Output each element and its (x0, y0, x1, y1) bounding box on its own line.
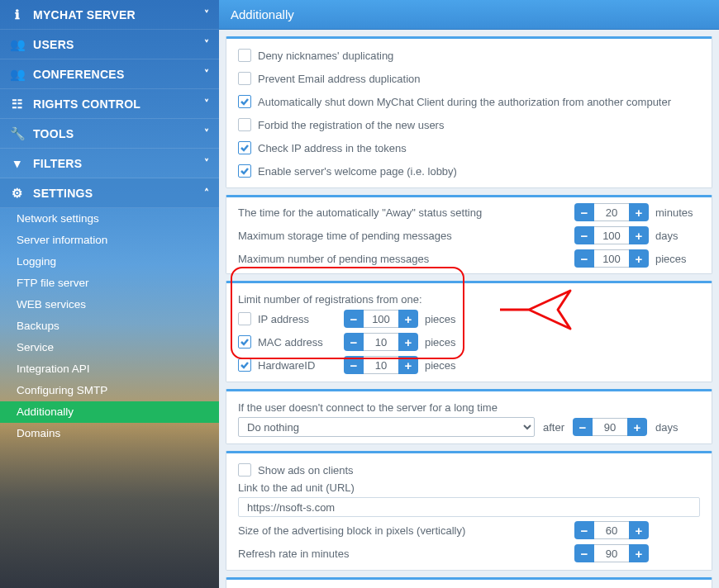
wrench-icon: 🔧 (10, 126, 25, 141)
storage-minus-button[interactable]: − (574, 226, 594, 244)
sidebar-item-ftp[interactable]: FTP file server (0, 273, 219, 294)
idle-action-select[interactable]: Do nothing (238, 417, 535, 437)
sidebar-item-smtp[interactable]: Configuring SMTP (0, 380, 219, 401)
nav-users[interactable]: 👥 USERS ˅ (0, 30, 219, 59)
checkbox-deny-dup[interactable] (238, 49, 251, 62)
conferences-icon: 👥 (10, 67, 25, 82)
ad-size-minus-button[interactable]: − (574, 521, 594, 539)
maxpend-value-input[interactable] (594, 249, 629, 268)
nav-filters[interactable]: ▾ FILTERS ˅ (0, 149, 219, 178)
sidebar-item-domains[interactable]: Domains (0, 423, 219, 444)
idle-value-input[interactable] (593, 418, 627, 436)
away-minus-button[interactable]: − (574, 203, 594, 221)
nav-settings[interactable]: ⚙ SETTINGS ˄ (0, 178, 219, 208)
prevent-email-label: Prevent Email address duplication (258, 73, 700, 85)
reg-limit-panel: Limit number of registrations from one: … (226, 281, 712, 382)
nav-label: FILTERS (33, 157, 196, 170)
limit-ip-minus-button[interactable]: − (344, 310, 364, 328)
nav-label: SETTINGS (33, 187, 196, 200)
reg-limit-title: Limit number of registrations from one: (226, 288, 712, 307)
chevron-down-icon: ˅ (204, 128, 209, 140)
sidebar-item-additionally[interactable]: Additionally (0, 401, 219, 423)
sidebar-item-logging[interactable]: Logging (0, 251, 219, 273)
checkbox-show-ads[interactable] (238, 463, 251, 477)
show-ads-label: Show ads on clients (258, 464, 700, 477)
limit-hw-value-input[interactable] (364, 356, 398, 374)
limit-mac-minus-button[interactable]: − (344, 333, 364, 351)
sidebar: ℹ MYCHAT SERVER ˅ 👥 USERS ˅ 👥 CONFERENCE… (0, 0, 219, 588)
sidebar-item-network[interactable]: Network settings (0, 208, 219, 230)
limit-mac-plus-button[interactable]: + (398, 333, 418, 351)
nav-mychat-server[interactable]: ℹ MYCHAT SERVER ˅ (0, 0, 219, 30)
chevron-up-icon: ˄ (204, 187, 209, 199)
chevron-down-icon: ˅ (204, 39, 209, 50)
checkbox-forbid-reg[interactable] (238, 118, 251, 131)
ad-size-value-input[interactable] (594, 521, 629, 539)
limit-mac-label: MAC address (258, 336, 337, 349)
nav-tools[interactable]: 🔧 TOOLS ˅ (0, 119, 219, 149)
nav-rights[interactable]: ☷ RIGHTS CONTROL ˅ (0, 89, 219, 119)
checkbox-auto-shutdown[interactable] (238, 95, 251, 108)
away-plus-button[interactable]: + (629, 203, 649, 221)
limit-mac-spinner: − + (344, 333, 418, 351)
check-ip-label: Check IP address in the tokens (258, 142, 700, 154)
content-area: Additionally Deny nicknames' duplicating… (219, 0, 719, 588)
checkbox-lobby[interactable] (238, 164, 251, 178)
limit-hw-unit-label: pieces (425, 359, 469, 372)
limit-hw-plus-button[interactable]: + (398, 356, 418, 374)
chevron-down-icon: ˅ (204, 98, 209, 110)
away-unit-label: minutes (655, 206, 700, 219)
checkbox-limit-mac[interactable] (238, 335, 251, 349)
nav-label: CONFERENCES (33, 68, 196, 81)
limit-hw-minus-button[interactable]: − (344, 356, 364, 374)
security-panel: Deny nicknames' duplicating Prevent Emai… (226, 36, 712, 188)
idle-spinner: − + (573, 418, 647, 436)
ad-refresh-value-input[interactable] (594, 544, 629, 562)
maxpend-minus-button[interactable]: − (574, 249, 594, 268)
checkbox-limit-hw[interactable] (238, 358, 251, 372)
idle-minus-button[interactable]: − (573, 418, 593, 436)
checkbox-check-ip[interactable] (238, 141, 251, 154)
storage-plus-button[interactable]: + (629, 226, 649, 244)
nav-conferences[interactable]: 👥 CONFERENCES ˅ (0, 59, 219, 89)
away-time-label: The time for the automatically "Away" st… (238, 206, 568, 219)
limit-hw-label: HardwareID (258, 359, 337, 372)
ad-size-plus-button[interactable]: + (629, 521, 649, 539)
sidebar-item-backups[interactable]: Backups (0, 315, 219, 337)
limit-ip-value-input[interactable] (364, 310, 398, 328)
chevron-down-icon: ˅ (204, 158, 209, 169)
lobby-label: Enable server's welcome page (i.e. lobby… (258, 165, 700, 178)
maxpend-label: Maximum number of pending messages (238, 253, 568, 265)
rights-icon: ☷ (10, 97, 25, 111)
away-spinner: − + (574, 203, 649, 221)
limit-ip-plus-button[interactable]: + (398, 310, 418, 328)
ad-link-input[interactable] (238, 497, 700, 517)
idle-plus-button[interactable]: + (627, 418, 647, 436)
display-style-label: Display style of the users' names in the… (226, 585, 712, 588)
checkbox-prevent-email[interactable] (238, 72, 251, 85)
storage-value-input[interactable] (594, 226, 629, 244)
away-value-input[interactable] (594, 203, 629, 221)
sidebar-item-service[interactable]: Service (0, 337, 219, 358)
sidebar-item-serverinfo[interactable]: Server information (0, 230, 219, 251)
chevron-down-icon: ˅ (204, 69, 209, 80)
storage-time-label: Maximum storage time of pending messages (238, 230, 568, 242)
nav-label: MYCHAT SERVER (33, 8, 196, 21)
ad-refresh-plus-button[interactable]: + (629, 544, 649, 562)
checkbox-limit-ip[interactable] (238, 312, 251, 325)
ad-link-label: Link to the ad unit (URL) (226, 481, 712, 496)
maxpend-plus-button[interactable]: + (629, 249, 649, 268)
timing-panel: The time for the automatically "Away" st… (226, 195, 712, 274)
sidebar-item-web[interactable]: WEB services (0, 294, 219, 315)
storage-unit-label: days (655, 230, 700, 242)
storage-spinner: − + (574, 226, 649, 244)
nav-label: USERS (33, 38, 196, 51)
idle-label: If the user doesn't connect to the serve… (226, 396, 712, 415)
nav-label: TOOLS (33, 127, 196, 140)
idle-unit-label: days (655, 421, 700, 434)
ad-refresh-spinner: − + (574, 544, 649, 562)
after-label: after (543, 421, 564, 434)
limit-mac-value-input[interactable] (364, 333, 398, 351)
sidebar-item-integration[interactable]: Integration API (0, 358, 219, 380)
ad-refresh-minus-button[interactable]: − (574, 544, 594, 562)
